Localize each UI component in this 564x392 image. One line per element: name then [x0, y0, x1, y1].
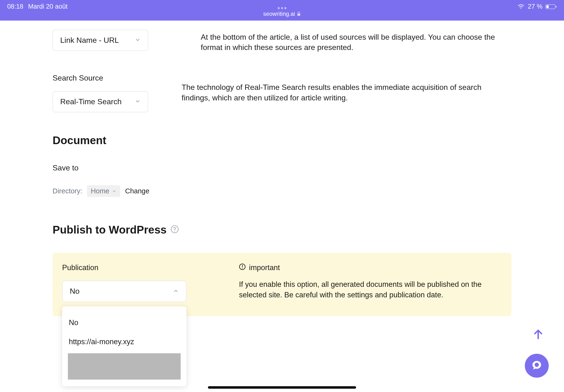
wifi-icon [517, 4, 525, 10]
chevron-down-icon [135, 98, 140, 105]
chevron-up-icon [173, 288, 179, 295]
status-left: 08:18 Mardi 20 août [7, 3, 68, 10]
scroll-to-top-button[interactable] [532, 327, 545, 342]
status-date: Mardi 20 août [28, 3, 68, 10]
publication-select[interactable]: No [62, 281, 186, 302]
important-label-row: important [239, 263, 502, 272]
status-url[interactable]: seowriting.ai [263, 11, 301, 17]
directory-select[interactable]: Home [87, 185, 120, 197]
main-content: Link Name - URL At the bottom of the art… [0, 21, 564, 316]
svg-point-8 [242, 268, 243, 269]
svg-point-5 [174, 231, 175, 232]
lock-icon [297, 12, 301, 16]
search-source-value: Real-Time Search [60, 97, 122, 106]
link-name-description: At the bottom of the article, a list of … [201, 32, 511, 53]
status-center: seowriting.ai [263, 4, 301, 17]
wordpress-heading-row: Publish to WordPress [53, 223, 511, 236]
battery-percent: 27 % [528, 3, 542, 10]
link-name-row: Link Name - URL At the bottom of the art… [53, 32, 511, 53]
publication-dropdown: No https://ai-money.xyz [62, 307, 186, 386]
chat-icon [531, 360, 542, 372]
wordpress-heading: Publish to WordPress [53, 223, 166, 236]
dropdown-item-no[interactable]: No [68, 313, 181, 332]
help-icon[interactable] [170, 223, 179, 236]
battery-icon [545, 4, 557, 10]
publication-value: No [70, 287, 80, 296]
directory-label: Directory: [53, 187, 82, 195]
search-source-label: Search Source [53, 74, 167, 83]
status-time: 08:18 [7, 3, 23, 10]
link-name-select[interactable]: Link Name - URL [53, 30, 148, 51]
directory-row: Directory: Home Change [53, 185, 511, 197]
chevron-down-icon [135, 37, 140, 44]
important-text: If you enable this option, all generated… [239, 279, 502, 300]
alert-icon [239, 263, 246, 272]
dropdown-item-site[interactable]: https://ai-money.xyz [68, 332, 181, 351]
status-bar: 08:18 Mardi 20 août seowriting.ai [0, 0, 564, 21]
chevron-down-icon [112, 187, 116, 195]
dropdown-item-redacted[interactable] [68, 353, 181, 379]
svg-rect-2 [546, 5, 549, 8]
svg-rect-0 [298, 14, 300, 16]
chat-button[interactable] [525, 354, 549, 378]
important-label: important [249, 263, 280, 272]
svg-rect-3 [556, 6, 557, 8]
multitask-dots-icon[interactable] [278, 7, 286, 9]
publication-label: Publication [62, 263, 229, 272]
save-to-label: Save to [53, 164, 511, 172]
document-heading: Document [53, 134, 511, 147]
search-source-select[interactable]: Real-Time Search [53, 91, 148, 112]
publication-box: Publication No import [53, 253, 511, 316]
svg-point-9 [535, 363, 539, 367]
status-right: 27 % [517, 3, 557, 10]
home-indicator[interactable] [208, 386, 356, 389]
save-to-section: Save to Directory: Home Change [53, 164, 511, 197]
change-link[interactable]: Change [125, 187, 149, 195]
search-source-description: The technology of Real-Time Search resul… [182, 74, 511, 103]
link-name-value: Link Name - URL [60, 36, 119, 45]
search-source-row: Search Source Real-Time Search The techn… [53, 74, 511, 112]
directory-value: Home [91, 187, 109, 195]
